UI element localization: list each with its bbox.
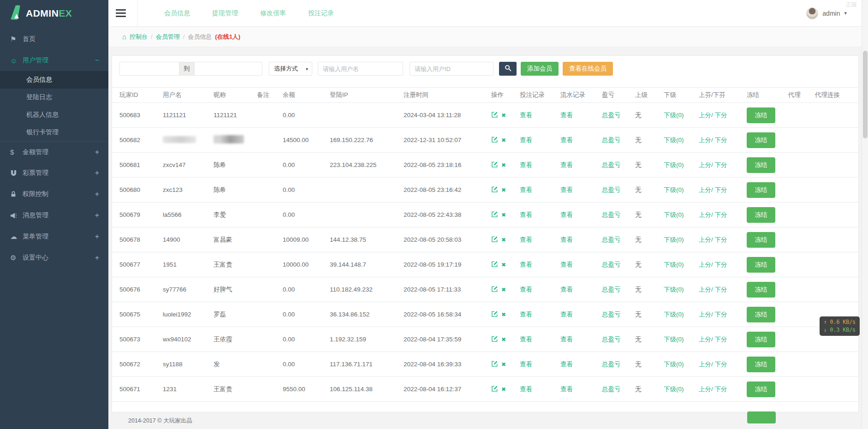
sidebar-item[interactable]: $金额管理+: [0, 141, 108, 162]
flow-records-link[interactable]: 查看: [560, 161, 602, 169]
edit-button[interactable]: [491, 111, 498, 119]
bet-records-link[interactable]: 查看: [520, 186, 560, 194]
add-points-link[interactable]: 上分: [699, 161, 711, 168]
subordinates-link[interactable]: 下级(0): [664, 136, 699, 144]
subordinates-link[interactable]: 下级(0): [664, 186, 699, 194]
edit-button[interactable]: [491, 186, 498, 194]
edit-button[interactable]: [491, 385, 498, 393]
sidebar-item[interactable]: 权限控制+: [0, 184, 108, 205]
subordinates-link[interactable]: 下级(0): [664, 161, 699, 169]
edit-button[interactable]: [491, 236, 498, 244]
sidebar-item[interactable]: ⚑首页: [0, 29, 108, 50]
flow-records-link[interactable]: 查看: [560, 136, 602, 144]
freeze-button[interactable]: 冻结: [747, 207, 775, 223]
userid-search-input[interactable]: [410, 62, 493, 76]
subordinates-link[interactable]: 下级(0): [664, 310, 699, 319]
sidebar-item[interactable]: ⚙设置中心+: [0, 247, 108, 268]
deduct-points-link[interactable]: 下分: [715, 361, 727, 368]
sidebar-item[interactable]: ☺用户管理−: [0, 50, 108, 71]
subordinates-link[interactable]: 下级(0): [664, 335, 699, 344]
sidebar-subitem[interactable]: 机器人信息: [0, 106, 108, 124]
date-to-input[interactable]: [194, 62, 262, 76]
bet-records-link[interactable]: 查看: [520, 236, 560, 244]
deduct-points-link[interactable]: 下分: [715, 236, 727, 243]
add-points-link[interactable]: 上分: [699, 137, 711, 143]
flow-records-link[interactable]: 查看: [560, 360, 602, 369]
delete-icon[interactable]: ✖: [501, 286, 506, 293]
search-mode-select[interactable]: 选择方式 ▾: [269, 62, 312, 76]
subordinates-link[interactable]: 下级(0): [664, 111, 699, 119]
delete-icon[interactable]: ✖: [501, 237, 506, 243]
delete-icon[interactable]: ✖: [501, 361, 506, 368]
edit-button[interactable]: [491, 161, 498, 169]
deduct-points-link[interactable]: 下分: [715, 211, 727, 218]
bet-records-link[interactable]: 查看: [520, 360, 560, 369]
breadcrumb-member-mgmt[interactable]: 会员管理: [156, 33, 180, 41]
deduct-points-link[interactable]: 下分: [715, 386, 727, 393]
deduct-points-link[interactable]: 下分: [715, 286, 727, 293]
flow-records-link[interactable]: 查看: [560, 211, 602, 219]
freeze-button[interactable]: 冻结: [747, 282, 775, 298]
topnav-link-bet-records[interactable]: 投注记录: [308, 9, 334, 18]
edit-button[interactable]: [491, 335, 498, 344]
subordinates-link[interactable]: 下级(0): [664, 261, 699, 269]
deduct-points-link[interactable]: 下分: [715, 336, 727, 343]
edit-button[interactable]: [491, 360, 498, 369]
add-points-link[interactable]: 上分: [699, 112, 711, 119]
flow-records-link[interactable]: 查看: [560, 236, 602, 244]
bet-records-link[interactable]: 查看: [520, 335, 560, 344]
delete-icon[interactable]: ✖: [501, 112, 506, 119]
freeze-button[interactable]: 冻结: [747, 381, 775, 397]
deduct-points-link[interactable]: 下分: [715, 161, 727, 168]
sidebar-item[interactable]: 消息管理+: [0, 205, 108, 226]
delete-icon[interactable]: ✖: [501, 262, 506, 268]
add-points-link[interactable]: 上分: [699, 361, 711, 368]
total-profit-link[interactable]: 总盈亏: [602, 236, 635, 244]
add-points-link[interactable]: 上分: [699, 186, 711, 193]
page-scrollbar[interactable]: [862, 0, 868, 429]
freeze-button[interactable]: 冻结: [747, 307, 775, 322]
bet-records-link[interactable]: 查看: [520, 111, 560, 119]
flow-records-link[interactable]: 查看: [560, 385, 602, 393]
user-menu[interactable]: admin ▾: [806, 7, 847, 19]
deduct-points-link[interactable]: 下分: [715, 311, 727, 318]
subordinates-link[interactable]: 下级(0): [664, 236, 699, 244]
freeze-button[interactable]: 冻结: [747, 132, 775, 148]
username-label[interactable]: admin: [822, 10, 840, 17]
bet-records-link[interactable]: 查看: [520, 385, 560, 393]
sidebar-item[interactable]: 彩票管理+: [0, 162, 108, 184]
add-points-link[interactable]: 上分: [699, 311, 711, 318]
flow-records-link[interactable]: 查看: [560, 261, 602, 269]
bet-records-link[interactable]: 查看: [520, 310, 560, 319]
delete-icon[interactable]: ✖: [501, 212, 506, 218]
edit-button[interactable]: [491, 136, 498, 144]
freeze-button[interactable]: 冻结: [747, 157, 775, 173]
add-points-link[interactable]: 上分: [699, 336, 711, 343]
deduct-points-link[interactable]: 下分: [715, 112, 727, 119]
bet-records-link[interactable]: 查看: [520, 286, 560, 294]
deduct-points-link[interactable]: 下分: [715, 186, 727, 193]
subordinates-link[interactable]: 下级(0): [664, 360, 699, 369]
freeze-button[interactable]: 冻结: [747, 257, 775, 273]
flow-records-link[interactable]: 查看: [560, 335, 602, 344]
subordinates-link[interactable]: 下级(0): [664, 211, 699, 219]
total-profit-link[interactable]: 总盈亏: [602, 111, 635, 119]
delete-icon[interactable]: ✖: [501, 162, 506, 168]
sidebar-subitem[interactable]: 登陆日志: [0, 89, 108, 106]
subordinates-link[interactable]: 下级(0): [664, 385, 699, 393]
topnav-link-rate[interactable]: 修改倍率: [260, 9, 286, 18]
total-profit-link[interactable]: 总盈亏: [602, 136, 635, 144]
search-button[interactable]: [499, 62, 517, 76]
app-logo[interactable]: ADMINEX: [0, 0, 108, 27]
delete-icon[interactable]: ✖: [501, 336, 506, 343]
deduct-points-link[interactable]: 下分: [715, 137, 727, 143]
delete-icon[interactable]: ✖: [501, 386, 506, 393]
edit-button[interactable]: [491, 310, 498, 319]
delete-icon[interactable]: ✖: [501, 311, 506, 318]
total-profit-link[interactable]: 总盈亏: [602, 310, 635, 319]
sidebar-item[interactable]: ☁菜单管理+: [0, 226, 108, 247]
total-profit-link[interactable]: 总盈亏: [602, 286, 635, 294]
flow-records-link[interactable]: 查看: [560, 286, 602, 294]
freeze-button[interactable]: 冻结: [747, 332, 775, 347]
total-profit-link[interactable]: 总盈亏: [602, 335, 635, 344]
